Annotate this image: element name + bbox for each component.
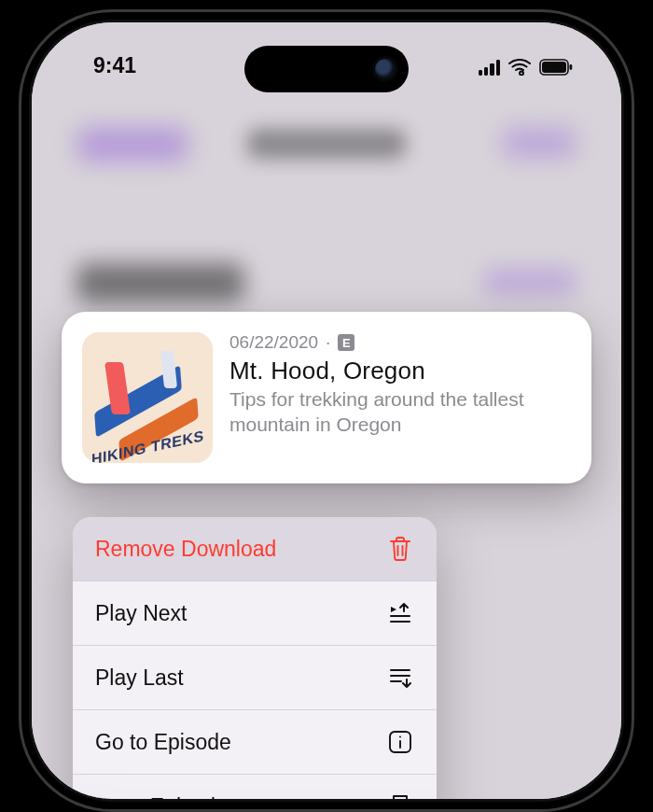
svg-rect-1 [542,62,566,73]
episode-title: Mt. Hood, Oregon [229,357,571,385]
play-last-icon [386,664,414,692]
info-icon [386,728,414,756]
menu-item-remove-download[interactable]: Remove Download [73,517,437,581]
explicit-badge: E [338,334,354,351]
menu-item-go-to-episode[interactable]: Go to Episode [73,709,437,774]
cellular-icon [479,60,500,76]
dynamic-island [244,46,409,92]
wifi-icon [508,59,531,76]
menu-item-label: Go to Episode [95,730,231,755]
context-menu: Remove Download Play Next Play Last Go t… [73,517,437,799]
status-time: 9:41 [93,53,136,81]
bookmark-icon [386,792,414,799]
phone-frame: 9:41 HIKING TREKS 06/22/2020 · [19,9,634,812]
menu-item-label: Play Last [95,665,184,691]
episode-artwork: HIKING TREKS [82,332,213,463]
front-camera-icon [375,59,396,79]
episode-card[interactable]: HIKING TREKS 06/22/2020 · E Mt. Hood, Or… [62,312,591,483]
menu-item-play-last[interactable]: Play Last [73,645,437,709]
menu-item-label: Save Episode [95,794,228,800]
menu-item-label: Play Next [95,601,187,626]
episode-date: 06/22/2020 [229,332,318,353]
menu-item-save-episode[interactable]: Save Episode [73,774,437,799]
meta-separator: · [326,332,330,353]
battery-icon [539,59,573,76]
trash-icon [386,535,414,563]
screen: 9:41 HIKING TREKS 06/22/2020 · [32,22,621,799]
menu-item-play-next[interactable]: Play Next [73,581,437,645]
episode-description: Tips for trekking around the tallest mou… [229,387,571,438]
svg-rect-2 [570,64,573,70]
play-next-icon [386,599,414,627]
menu-item-label: Remove Download [95,537,276,562]
